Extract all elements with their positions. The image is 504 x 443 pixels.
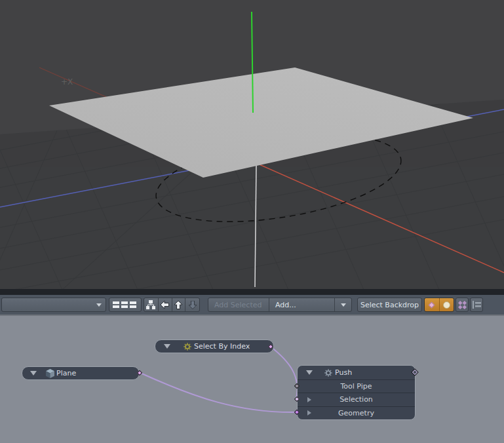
chevron-down-icon <box>341 303 346 307</box>
node-label: Plane <box>56 369 76 377</box>
row-label: Geometry <box>338 409 374 417</box>
collapse-triangle-icon[interactable] <box>164 344 170 349</box>
add-node-group: Add Selected Add... <box>208 298 352 312</box>
add-selected-label: Add Selected <box>214 301 262 309</box>
viewport-3d[interactable]: +X <box>0 0 504 295</box>
diamond-icon <box>429 301 435 308</box>
node-plane[interactable]: Plane <box>22 366 140 380</box>
show-nodes-toggle[interactable] <box>440 298 454 311</box>
expand-triangle-icon[interactable] <box>307 410 311 415</box>
gear-icon <box>324 369 332 377</box>
select-backdrop-button[interactable]: Select Backdrop <box>357 298 422 312</box>
add-dropdown-arrow-button[interactable] <box>335 298 351 311</box>
cube-icon <box>46 369 54 378</box>
list-lines-icon <box>473 301 481 309</box>
up-button[interactable] <box>172 298 186 311</box>
push-row-geometry[interactable]: Geometry <box>298 406 415 419</box>
gear-icon <box>184 343 191 351</box>
chevron-down-icon <box>96 303 102 307</box>
expand-triangle-icon[interactable] <box>307 397 311 402</box>
push-node-header[interactable]: Push <box>298 366 415 379</box>
grid-squares-icon <box>112 300 138 309</box>
navigation-button-group <box>144 298 200 312</box>
schematic-node-editor[interactable]: Select By Index Plane <box>0 315 504 443</box>
add-selected-button[interactable]: Add Selected <box>208 298 269 311</box>
hierarchy-icon <box>146 300 155 309</box>
list-view-toggle[interactable] <box>470 298 483 312</box>
add-dropdown[interactable]: Add... <box>269 298 335 311</box>
axis-label-x: +X <box>61 77 73 87</box>
add-label: Add... <box>275 301 296 309</box>
hierarchy-button[interactable] <box>144 298 159 311</box>
wire-selectbyindex-to-selection <box>271 347 298 398</box>
collapse-triangle-icon[interactable] <box>30 371 37 376</box>
modo-window: +X <box>0 0 504 443</box>
arrow-up-icon <box>174 301 182 309</box>
arrow-left-icon <box>161 301 169 309</box>
row-label: Tool Pipe <box>340 382 372 391</box>
four-diamonds-icon <box>458 301 467 309</box>
layout-grid-button[interactable] <box>109 298 142 312</box>
down-button[interactable] <box>185 298 199 311</box>
node-display-toggle-group <box>424 298 454 312</box>
schematic-view-combo[interactable] <box>1 298 106 312</box>
push-row-selection[interactable]: Selection <box>298 393 415 406</box>
circle-icon <box>443 301 450 309</box>
show-connectors-toggle[interactable] <box>425 298 440 311</box>
wire-plane-to-geometry <box>140 373 295 412</box>
back-button[interactable] <box>159 298 172 311</box>
push-row-tool-pipe[interactable]: Tool Pipe <box>298 379 415 393</box>
node-select-by-index[interactable]: Select By Index <box>155 339 274 353</box>
node-label: Push <box>335 368 352 377</box>
select-backdrop-label: Select Backdrop <box>360 301 419 309</box>
schematic-toolbar: Add Selected Add... Select Backdrop <box>0 295 504 315</box>
node-label: Select By Index <box>194 342 250 351</box>
collapse-triangle-icon[interactable] <box>306 370 313 375</box>
row-label: Selection <box>339 395 373 404</box>
viewport-toolbar-divider <box>0 289 504 295</box>
show-channels-toggle[interactable] <box>456 298 469 312</box>
arrow-down-icon <box>189 301 197 309</box>
node-push[interactable]: Push Tool Pipe Selection Geometry <box>297 365 416 420</box>
